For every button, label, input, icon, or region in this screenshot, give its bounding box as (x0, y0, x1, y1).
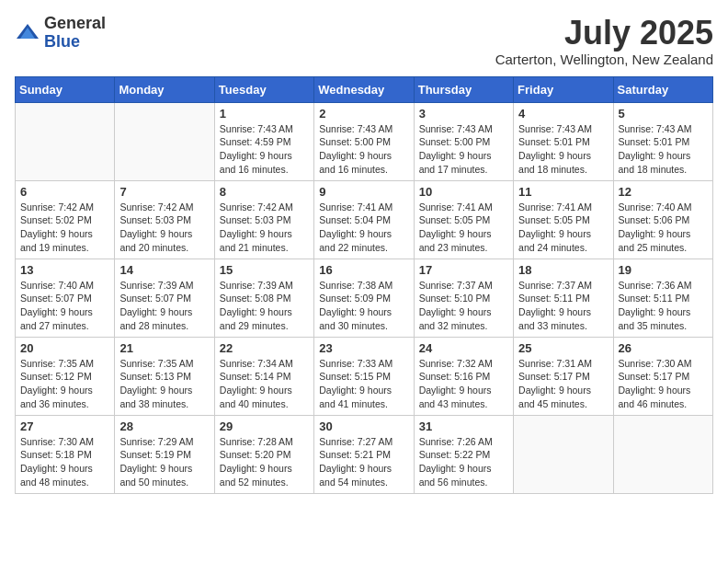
day-number: 2 (319, 107, 408, 121)
day-info: Sunrise: 7:43 AM Sunset: 4:59 PM Dayligh… (220, 122, 309, 177)
calendar-cell: 21Sunrise: 7:35 AM Sunset: 5:13 PM Dayli… (115, 337, 214, 415)
calendar-cell: 30Sunrise: 7:27 AM Sunset: 5:21 PM Dayli… (314, 415, 414, 493)
day-info: Sunrise: 7:35 AM Sunset: 5:12 PM Dayligh… (20, 357, 109, 411)
weekday-header-row: SundayMondayTuesdayWednesdayThursdayFrid… (16, 76, 713, 102)
day-number: 25 (518, 341, 608, 355)
weekday-header-wednesday: Wednesday (314, 76, 414, 102)
logo-text: General Blue (44, 15, 106, 52)
calendar-cell (115, 102, 214, 180)
day-number: 7 (119, 185, 209, 199)
day-info: Sunrise: 7:29 AM Sunset: 5:19 PM Dayligh… (119, 435, 209, 489)
week-row-4: 20Sunrise: 7:35 AM Sunset: 5:12 PM Dayli… (16, 337, 713, 415)
day-info: Sunrise: 7:30 AM Sunset: 5:17 PM Dayligh… (619, 357, 708, 411)
calendar-cell: 12Sunrise: 7:40 AM Sunset: 5:06 PM Dayli… (613, 180, 712, 259)
day-number: 5 (619, 107, 708, 121)
day-info: Sunrise: 7:42 AM Sunset: 5:02 PM Dayligh… (20, 201, 109, 255)
day-info: Sunrise: 7:26 AM Sunset: 5:22 PM Dayligh… (419, 435, 508, 489)
calendar-cell: 6Sunrise: 7:42 AM Sunset: 5:02 PM Daylig… (16, 180, 115, 259)
day-info: Sunrise: 7:43 AM Sunset: 5:01 PM Dayligh… (518, 122, 608, 177)
day-number: 30 (319, 419, 408, 433)
calendar-cell: 24Sunrise: 7:32 AM Sunset: 5:16 PM Dayli… (414, 337, 513, 415)
calendar-cell (613, 415, 712, 493)
weekday-header-saturday: Saturday (613, 76, 712, 102)
day-info: Sunrise: 7:27 AM Sunset: 5:21 PM Dayligh… (319, 435, 408, 489)
day-number: 23 (319, 341, 408, 355)
day-number: 1 (220, 107, 309, 121)
logo-general: General (44, 15, 106, 33)
day-info: Sunrise: 7:34 AM Sunset: 5:14 PM Dayligh… (220, 357, 309, 411)
calendar-cell: 3Sunrise: 7:43 AM Sunset: 5:00 PM Daylig… (414, 102, 513, 180)
day-info: Sunrise: 7:30 AM Sunset: 5:18 PM Dayligh… (20, 435, 109, 489)
day-info: Sunrise: 7:37 AM Sunset: 5:11 PM Dayligh… (518, 279, 608, 333)
month-title: July 2025 (495, 15, 713, 52)
day-number: 22 (220, 341, 309, 355)
weekday-header-tuesday: Tuesday (214, 76, 313, 102)
week-row-2: 6Sunrise: 7:42 AM Sunset: 5:02 PM Daylig… (16, 180, 713, 259)
day-info: Sunrise: 7:39 AM Sunset: 5:07 PM Dayligh… (119, 279, 209, 333)
calendar-table: SundayMondayTuesdayWednesdayThursdayFrid… (15, 76, 713, 494)
calendar-cell (16, 102, 115, 180)
day-info: Sunrise: 7:31 AM Sunset: 5:17 PM Dayligh… (518, 357, 608, 411)
calendar-cell: 5Sunrise: 7:43 AM Sunset: 5:01 PM Daylig… (613, 102, 712, 180)
day-info: Sunrise: 7:43 AM Sunset: 5:00 PM Dayligh… (319, 122, 408, 177)
calendar-cell: 1Sunrise: 7:43 AM Sunset: 4:59 PM Daylig… (214, 102, 313, 180)
calendar-cell: 4Sunrise: 7:43 AM Sunset: 5:01 PM Daylig… (514, 102, 613, 180)
calendar-cell: 2Sunrise: 7:43 AM Sunset: 5:00 PM Daylig… (314, 102, 414, 180)
day-number: 21 (119, 341, 209, 355)
day-number: 16 (319, 263, 408, 277)
page-header: General Blue July 2025 Carterton, Wellin… (15, 15, 713, 67)
calendar-cell: 28Sunrise: 7:29 AM Sunset: 5:19 PM Dayli… (115, 415, 214, 493)
calendar-cell: 9Sunrise: 7:41 AM Sunset: 5:04 PM Daylig… (314, 180, 414, 259)
calendar-cell: 17Sunrise: 7:37 AM Sunset: 5:10 PM Dayli… (414, 259, 513, 337)
day-number: 6 (20, 185, 109, 199)
week-row-1: 1Sunrise: 7:43 AM Sunset: 4:59 PM Daylig… (16, 102, 713, 180)
calendar-cell: 22Sunrise: 7:34 AM Sunset: 5:14 PM Dayli… (214, 337, 313, 415)
calendar-cell: 15Sunrise: 7:39 AM Sunset: 5:08 PM Dayli… (214, 259, 313, 337)
day-number: 12 (619, 185, 708, 199)
day-info: Sunrise: 7:37 AM Sunset: 5:10 PM Dayligh… (419, 279, 508, 333)
day-info: Sunrise: 7:40 AM Sunset: 5:06 PM Dayligh… (619, 201, 708, 255)
day-info: Sunrise: 7:38 AM Sunset: 5:09 PM Dayligh… (319, 279, 408, 333)
day-info: Sunrise: 7:28 AM Sunset: 5:20 PM Dayligh… (220, 435, 309, 489)
calendar-cell: 18Sunrise: 7:37 AM Sunset: 5:11 PM Dayli… (514, 259, 613, 337)
day-number: 14 (119, 263, 209, 277)
day-number: 11 (518, 185, 608, 199)
day-info: Sunrise: 7:41 AM Sunset: 5:05 PM Dayligh… (518, 201, 608, 255)
day-number: 27 (20, 419, 109, 433)
calendar-cell: 8Sunrise: 7:42 AM Sunset: 5:03 PM Daylig… (214, 180, 313, 259)
day-info: Sunrise: 7:43 AM Sunset: 5:00 PM Dayligh… (419, 122, 508, 177)
location-title: Carterton, Wellington, New Zealand (495, 52, 713, 67)
calendar-cell: 26Sunrise: 7:30 AM Sunset: 5:17 PM Dayli… (613, 337, 712, 415)
calendar-cell: 20Sunrise: 7:35 AM Sunset: 5:12 PM Dayli… (16, 337, 115, 415)
calendar-cell: 11Sunrise: 7:41 AM Sunset: 5:05 PM Dayli… (514, 180, 613, 259)
day-info: Sunrise: 7:41 AM Sunset: 5:05 PM Dayligh… (419, 201, 508, 255)
calendar-cell: 10Sunrise: 7:41 AM Sunset: 5:05 PM Dayli… (414, 180, 513, 259)
calendar-cell: 31Sunrise: 7:26 AM Sunset: 5:22 PM Dayli… (414, 415, 513, 493)
calendar-cell: 16Sunrise: 7:38 AM Sunset: 5:09 PM Dayli… (314, 259, 414, 337)
logo-blue: Blue (44, 33, 106, 52)
day-number: 29 (220, 419, 309, 433)
day-info: Sunrise: 7:36 AM Sunset: 5:11 PM Dayligh… (619, 279, 708, 333)
day-number: 28 (119, 419, 209, 433)
day-number: 18 (518, 263, 608, 277)
calendar-cell: 25Sunrise: 7:31 AM Sunset: 5:17 PM Dayli… (514, 337, 613, 415)
day-info: Sunrise: 7:32 AM Sunset: 5:16 PM Dayligh… (419, 357, 508, 411)
day-info: Sunrise: 7:42 AM Sunset: 5:03 PM Dayligh… (220, 201, 309, 255)
day-number: 9 (319, 185, 408, 199)
week-row-5: 27Sunrise: 7:30 AM Sunset: 5:18 PM Dayli… (16, 415, 713, 493)
day-number: 31 (419, 419, 508, 433)
day-number: 19 (619, 263, 708, 277)
week-row-3: 13Sunrise: 7:40 AM Sunset: 5:07 PM Dayli… (16, 259, 713, 337)
weekday-header-thursday: Thursday (414, 76, 513, 102)
weekday-header-friday: Friday (514, 76, 613, 102)
logo-icon (15, 20, 40, 46)
title-area: July 2025 Carterton, Wellington, New Zea… (495, 15, 713, 67)
calendar-cell: 14Sunrise: 7:39 AM Sunset: 5:07 PM Dayli… (115, 259, 214, 337)
weekday-header-sunday: Sunday (16, 76, 115, 102)
logo: General Blue (15, 15, 106, 52)
day-info: Sunrise: 7:43 AM Sunset: 5:01 PM Dayligh… (619, 122, 708, 177)
day-number: 20 (20, 341, 109, 355)
day-number: 3 (419, 107, 508, 121)
weekday-header-monday: Monday (115, 76, 214, 102)
day-number: 13 (20, 263, 109, 277)
